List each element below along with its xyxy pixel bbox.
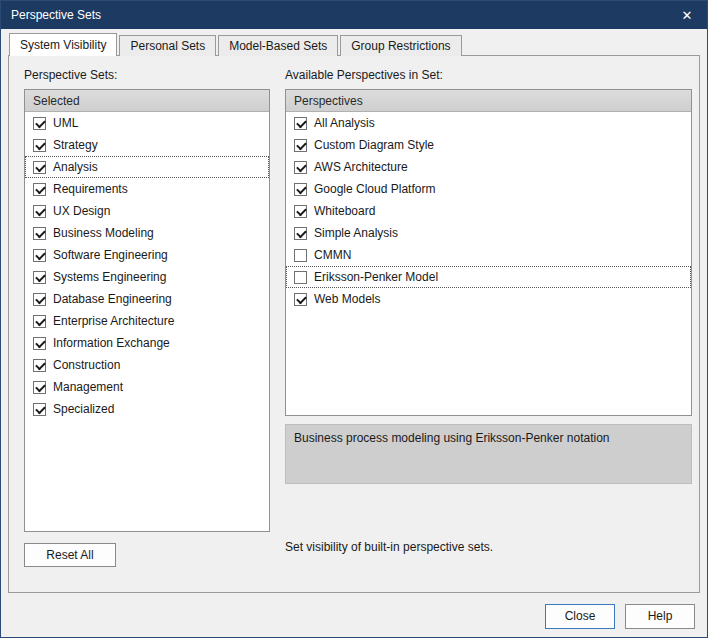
list-item-label: Systems Engineering [53, 270, 166, 284]
list-item-label: Software Engineering [53, 248, 168, 262]
tab-system-visibility[interactable]: System Visibility [9, 33, 117, 56]
tab-group-restrictions[interactable]: Group Restrictions [340, 35, 461, 56]
list-item[interactable]: All Analysis [286, 112, 691, 134]
checkbox-checked-icon[interactable] [294, 293, 307, 306]
list-item[interactable]: Business Modeling [25, 222, 269, 244]
selected-sets-list-header: Selected [25, 90, 269, 112]
list-item-label: Management [53, 380, 123, 394]
selected-sets-list-body: UMLStrategyAnalysisRequirementsUX Design… [25, 112, 269, 420]
checkbox-checked-icon[interactable] [33, 293, 46, 306]
checkbox-checked-icon[interactable] [294, 139, 307, 152]
checkbox-checked-icon[interactable] [33, 271, 46, 284]
list-item[interactable]: Strategy [25, 134, 269, 156]
list-item[interactable]: Google Cloud Platform [286, 178, 691, 200]
list-item-label: Construction [53, 358, 120, 372]
checkbox-checked-icon[interactable] [33, 183, 46, 196]
list-item-label: Requirements [53, 182, 128, 196]
list-item-label: Strategy [53, 138, 98, 152]
footer: Close Help [1, 593, 707, 638]
tab-model-based-sets[interactable]: Model-Based Sets [218, 35, 338, 56]
list-item[interactable]: Specialized [25, 398, 269, 420]
tab-personal-sets[interactable]: Personal Sets [119, 35, 216, 56]
list-item-label: Simple Analysis [314, 226, 398, 240]
status-text: Set visibility of built-in perspective s… [285, 540, 493, 554]
checkbox-checked-icon[interactable] [294, 117, 307, 130]
list-item-label: CMMN [314, 248, 351, 262]
perspective-description: Business process modeling using Eriksson… [285, 424, 692, 484]
checkbox-checked-icon[interactable] [33, 227, 46, 240]
checkbox-checked-icon[interactable] [294, 161, 307, 174]
perspectives-list-body: All AnalysisCustom Diagram StyleAWS Arch… [286, 112, 691, 310]
list-item[interactable]: Web Models [286, 288, 691, 310]
checkbox-checked-icon[interactable] [33, 161, 46, 174]
list-item[interactable]: Enterprise Architecture [25, 310, 269, 332]
list-item[interactable]: Systems Engineering [25, 266, 269, 288]
list-item-label: UX Design [53, 204, 110, 218]
list-item-label: AWS Architecture [314, 160, 408, 174]
list-item-label: Database Engineering [53, 292, 172, 306]
list-item[interactable]: UX Design [25, 200, 269, 222]
list-item[interactable]: Custom Diagram Style [286, 134, 691, 156]
checkbox-checked-icon[interactable] [33, 139, 46, 152]
list-item-label: All Analysis [314, 116, 375, 130]
window-title: Perspective Sets [11, 8, 677, 22]
list-item-label: Eriksson-Penker Model [314, 270, 438, 284]
list-item-label: Whiteboard [314, 204, 375, 218]
perspective-sets-label: Perspective Sets: [24, 68, 117, 82]
list-item-label: Enterprise Architecture [53, 314, 174, 328]
checkbox-checked-icon[interactable] [33, 249, 46, 262]
checkbox-unchecked-icon[interactable] [294, 249, 307, 262]
checkbox-checked-icon[interactable] [33, 403, 46, 416]
list-item[interactable]: AWS Architecture [286, 156, 691, 178]
list-item-label: Custom Diagram Style [314, 138, 434, 152]
selected-sets-list[interactable]: Selected UMLStrategyAnalysisRequirements… [24, 89, 270, 532]
list-item-label: UML [53, 116, 78, 130]
list-item-label: Analysis [53, 160, 98, 174]
close-button[interactable]: Close [545, 604, 615, 629]
checkbox-checked-icon[interactable] [33, 381, 46, 394]
list-item-label: Specialized [53, 402, 114, 416]
list-item-label: Google Cloud Platform [314, 182, 435, 196]
checkbox-checked-icon[interactable] [33, 315, 46, 328]
list-item[interactable]: UML [25, 112, 269, 134]
help-button[interactable]: Help [625, 604, 695, 629]
checkbox-checked-icon[interactable] [294, 183, 307, 196]
list-item[interactable]: CMMN [286, 244, 691, 266]
available-perspectives-label: Available Perspectives in Set: [285, 68, 443, 82]
list-item-label: Business Modeling [53, 226, 154, 240]
checkbox-unchecked-icon[interactable] [294, 271, 307, 284]
list-item[interactable]: Eriksson-Penker Model [286, 266, 691, 288]
list-item[interactable]: Construction [25, 354, 269, 376]
list-item[interactable]: Information Exchange [25, 332, 269, 354]
reset-all-button[interactable]: Reset All [24, 543, 116, 567]
list-item[interactable]: Whiteboard [286, 200, 691, 222]
perspectives-list[interactable]: Perspectives All AnalysisCustom Diagram … [285, 89, 692, 416]
close-icon[interactable]: ✕ [677, 5, 697, 25]
perspective-sets-dialog: Perspective Sets ✕ System VisibilityPers… [0, 0, 708, 638]
checkbox-checked-icon[interactable] [33, 337, 46, 350]
tab-page-system-visibility: Perspective Sets: Available Perspectives… [8, 55, 700, 593]
list-item[interactable]: Database Engineering [25, 288, 269, 310]
titlebar[interactable]: Perspective Sets ✕ [1, 1, 707, 29]
checkbox-checked-icon[interactable] [33, 359, 46, 372]
checkbox-checked-icon[interactable] [33, 205, 46, 218]
list-item[interactable]: Analysis [25, 156, 269, 178]
list-item[interactable]: Software Engineering [25, 244, 269, 266]
checkbox-checked-icon[interactable] [294, 227, 307, 240]
list-item[interactable]: Requirements [25, 178, 269, 200]
perspectives-list-header: Perspectives [286, 90, 691, 112]
checkbox-checked-icon[interactable] [33, 117, 46, 130]
list-item[interactable]: Management [25, 376, 269, 398]
list-item[interactable]: Simple Analysis [286, 222, 691, 244]
checkbox-checked-icon[interactable] [294, 205, 307, 218]
list-item-label: Information Exchange [53, 336, 170, 350]
list-item-label: Web Models [314, 292, 380, 306]
tab-bar: System VisibilityPersonal SetsModel-Base… [1, 29, 707, 55]
